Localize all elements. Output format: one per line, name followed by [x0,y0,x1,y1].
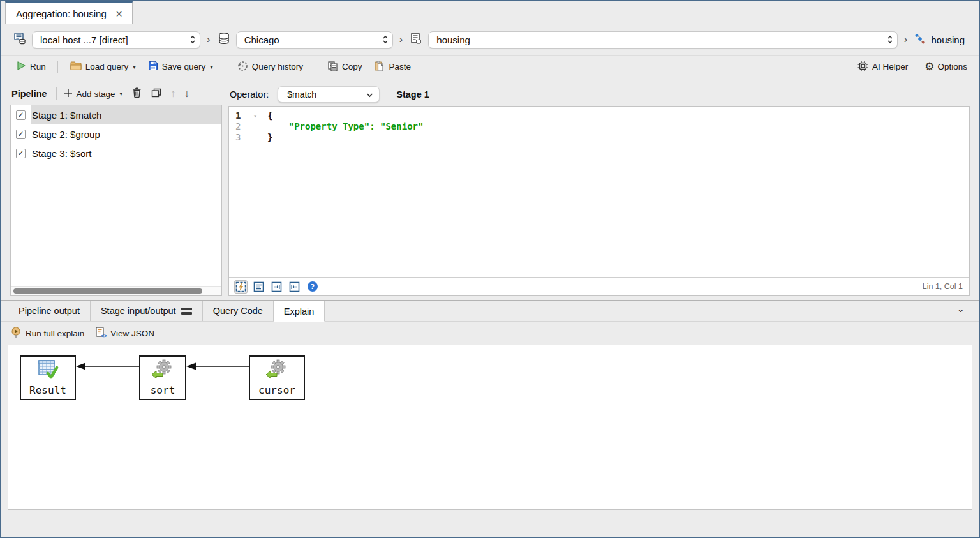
run-icon [15,60,27,73]
stage-row-1[interactable]: ✓ Stage 1: $match [11,105,221,124]
svg-text:?: ? [310,283,314,291]
chevron-down-icon [366,89,373,100]
move-stage-down-icon[interactable]: ↓ [184,87,189,100]
gear-arrow-icon [265,359,288,382]
stage-checkbox[interactable]: ✓ [16,149,26,158]
aggregation-target: housing [914,33,970,47]
explain-node-cursor[interactable]: cursor [249,355,305,400]
editor-footer: ? Lin 1, Col 1 [229,277,969,295]
toolbar-separator [315,61,315,73]
stage-name-label: Stage 1 [396,89,429,100]
code-line: 3 } [229,132,969,143]
tab-aggregation-housing[interactable]: Aggregation: housing ✕ [5,1,133,24]
view-json-button[interactable]: <> View JSON [94,326,154,340]
tab-pipeline-output[interactable]: Pipeline output [8,301,91,321]
connection-icon [13,31,27,48]
stage-row-2[interactable]: ✓ Stage 2: $group [11,124,221,144]
paste-icon [373,60,385,74]
database-select[interactable]: Chicago [236,31,393,49]
collection-icon [409,31,423,48]
lightbulb-icon [10,326,22,340]
collection-select[interactable]: housing [428,31,897,49]
options-button[interactable]: ⚙ Options [922,59,970,74]
node-label: sort [151,384,175,396]
svg-text:<>: <> [101,333,107,339]
operator-row: Operator: $match Stage 1 [228,83,970,106]
operator-value: $match [287,89,366,100]
database-icon [217,31,231,48]
gear-icon: ⚙ [924,61,934,72]
toolbar-separator [225,61,225,73]
breadcrumb-separator: › [903,33,909,46]
duplicate-stage-icon[interactable] [151,87,162,101]
delete-stage-icon[interactable] [131,87,142,101]
operator-select[interactable]: $match [278,86,380,103]
ai-helper-button[interactable]: AI Helper [854,58,910,76]
pipeline-panel: Pipeline Add stage ▾ ↑ [10,83,222,296]
align-text-icon[interactable] [252,280,265,294]
copy-button[interactable]: Copy [324,58,365,76]
tab-stage-input-output[interactable]: Stage input/output [91,301,203,321]
tab-query-code[interactable]: Query Code [203,301,274,321]
table-check-icon [37,359,59,382]
app-window: Aggregation: housing ✕ local host ...7 [… [0,0,980,538]
save-icon [147,60,159,73]
stage-checkbox[interactable]: ✓ [16,110,26,120]
toolbar-separator [57,61,58,73]
tab-title: Aggregation: housing [16,8,107,19]
stepper-icon [382,35,389,44]
json-editor[interactable]: 1 ▾ { 2 "Property Type": "Senior" 3 } [228,106,970,296]
line-number: 1 [229,110,248,121]
gear-arrow-icon [151,359,174,382]
explain-canvas-wrap: Result sort cursor [1,345,979,537]
connection-value: local host ...7 [direct] [40,34,186,45]
scrollbar-thumb[interactable] [13,288,202,294]
close-icon[interactable]: ✕ [115,9,123,19]
folder-icon [70,60,82,73]
connection-bar: local host ...7 [direct] › Chicago › hou… [1,24,979,55]
dropdown-caret-icon: ▾ [210,64,213,70]
load-query-button[interactable]: Load query ▾ [67,58,138,75]
node-label: Result [29,384,66,396]
breadcrumb-separator: › [398,33,405,46]
copy-icon [327,60,339,74]
separator [56,87,57,100]
collection-value: housing [436,34,882,45]
code-area[interactable]: 1 ▾ { 2 "Property Type": "Senior" 3 } [229,107,969,277]
run-full-explain-button[interactable]: Run full explain [10,326,84,340]
node-label: cursor [258,384,295,396]
pipeline-icon [914,33,926,47]
stage-list: ✓ Stage 1: $match ✓ Stage 2: $group ✓ St… [10,105,222,296]
code-line: 1 ▾ { [229,110,969,121]
dropdown-caret-icon: ▾ [133,64,136,70]
explain-node-sort[interactable]: sort [139,355,186,400]
save-query-button[interactable]: Save query ▾ [145,58,216,75]
explain-toolbar: Run full explain <> View JSON [1,322,979,345]
collapse-panel-icon[interactable]: ⌄ [956,303,965,315]
stage-row-3[interactable]: ✓ Stage 3: $sort [11,144,221,163]
tab-explain[interactable]: Explain [274,301,325,322]
stepper-icon [887,35,893,44]
connection-select[interactable]: local host ...7 [direct] [32,31,200,49]
add-stage-button[interactable]: Add stage ▾ [63,88,122,100]
run-button[interactable]: Run [13,58,48,75]
move-stage-up-icon[interactable]: ↑ [170,87,176,100]
json-document-icon: <> [94,326,107,340]
indent-icon[interactable] [270,280,283,294]
format-document-icon[interactable] [234,280,248,294]
paste-button[interactable]: Paste [371,58,413,76]
stepper-icon [189,35,196,44]
help-icon[interactable]: ? [306,280,319,294]
explain-diagram-canvas[interactable]: Result sort cursor [8,345,972,510]
explain-node-result[interactable]: Result [20,355,76,400]
database-value: Chicago [244,34,378,45]
output-tab-bar: Pipeline output Stage input/output Query… [1,301,979,322]
outdent-icon[interactable] [288,280,301,294]
horizontal-scrollbar[interactable] [11,286,221,295]
plus-icon [63,88,73,100]
query-history-button[interactable]: Query history [234,58,306,76]
query-toolbar: Run Load query ▾ Save query ▾ Query hist… [1,55,979,78]
main-area: Pipeline Add stage ▾ ↑ [1,78,979,300]
stage-checkbox[interactable]: ✓ [16,130,26,139]
document-tab-strip: Aggregation: housing ✕ [1,1,979,24]
